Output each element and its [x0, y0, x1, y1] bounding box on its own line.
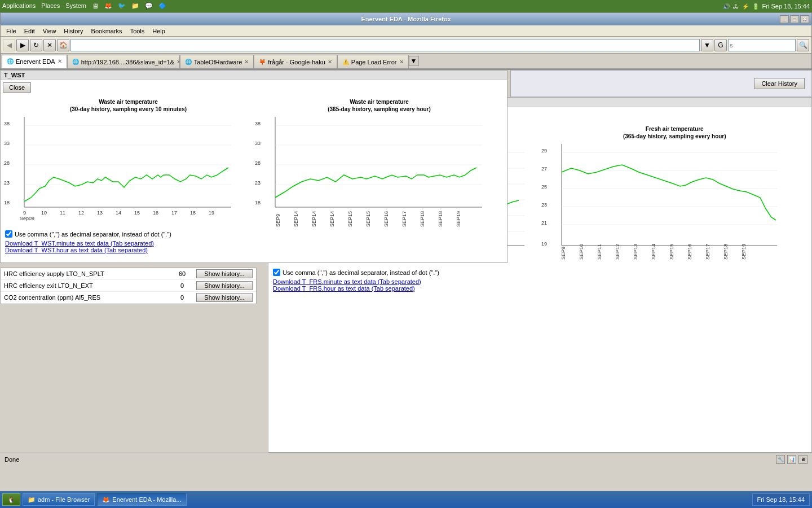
status-icon-3: 🖥	[798, 455, 807, 464]
firefox-icon[interactable]: 🦊	[104, 2, 112, 10]
t-wst-chart2-title: Waste air temperature (365-day history, …	[254, 96, 505, 114]
show-history-btn-1[interactable]: Show history...	[196, 269, 253, 278]
tab-close-4[interactable]: ✕	[399, 59, 404, 65]
edit-menu[interactable]: Edit	[21, 27, 38, 35]
tab-label-1: http://192.168....386&slave_id=1&	[81, 59, 174, 65]
tab-close-2[interactable]: ✕	[244, 59, 249, 65]
tools-menu[interactable]: Tools	[127, 27, 148, 35]
x-label: SEP18	[723, 244, 729, 260]
x-label: SEP12	[615, 244, 620, 260]
x-label: SEP9	[275, 214, 281, 227]
tab-close-0[interactable]: ✕	[58, 58, 62, 64]
t-wst-chart1-svg: 38 33 28 23 18 9 Sep09 10 11 12 13	[3, 114, 240, 227]
file-browser-label: adm - File Browser	[38, 496, 90, 503]
home-button[interactable]: 🏠	[57, 39, 69, 51]
stop-button[interactable]: ✕	[43, 39, 56, 51]
content-area: T_WST Close Waste air temperature (30-da…	[0, 70, 812, 465]
maximize-button[interactable]: □	[790, 15, 799, 23]
app-icon[interactable]: 🔷	[158, 2, 166, 10]
places-menu[interactable]: Places	[41, 2, 60, 10]
tab-icon-0: 🌐	[7, 58, 14, 64]
search-input[interactable]	[728, 39, 796, 51]
t-frs-data-line-365day	[562, 165, 776, 220]
x-label: SEP10	[579, 244, 584, 260]
new-tab-button[interactable]: ▼	[409, 56, 419, 66]
t-frs-chart2-svg: 29 27 25 23 21 19 SEP9 SEP10 SEP11 SEP12…	[540, 141, 783, 265]
y-label: 18	[4, 200, 10, 205]
start-button[interactable]: 🐧	[2, 493, 20, 506]
y-label: 28	[255, 160, 261, 166]
t-wst-chart-365day: Waste air temperature (365-day history, …	[254, 96, 505, 227]
t-wst-download-minute[interactable]: Download T_WST.minute as text data (Tab …	[5, 240, 502, 247]
network-icon[interactable]: 🖧	[733, 3, 739, 10]
file-menu[interactable]: File	[3, 27, 20, 35]
close-button[interactable]: ✕	[800, 15, 809, 23]
t-wst-comma-checkbox[interactable]	[5, 230, 12, 238]
help-menu[interactable]: Help	[149, 27, 169, 35]
x-label: SEP15	[365, 211, 371, 227]
t-wst-download-hour[interactable]: Download T_WST.hour as text data (Tab se…	[5, 247, 502, 253]
t-frs-comma-checkbox[interactable]	[273, 269, 280, 276]
computer-icon[interactable]: 🖥	[92, 2, 99, 10]
bluetooth-icon[interactable]: ⚡	[742, 3, 749, 10]
show-history-btn-2[interactable]: Show history...	[196, 281, 253, 290]
show-history-btn-3[interactable]: Show history...	[196, 293, 253, 302]
t-wst-data-line-365day	[275, 168, 476, 198]
tab-page-load-error[interactable]: ⚠️ Page Load Error ✕	[337, 55, 409, 68]
t-frs-download-hour[interactable]: Download T_FRS.hour as text data (Tab se…	[273, 285, 807, 292]
tab-fragar[interactable]: 🦊 frågår - Google-haku ✕	[254, 55, 337, 68]
t-wst-title: T_WST	[1, 71, 507, 80]
y-label: 21	[541, 220, 547, 226]
y-label: 38	[255, 121, 261, 126]
tab-http[interactable]: 🌐 http://192.168....386&slave_id=1& ✕	[67, 55, 180, 68]
battery-icon[interactable]: 🔋	[752, 3, 759, 10]
y-label: 33	[4, 141, 10, 146]
y-label: 23	[541, 202, 547, 208]
tab-icon-1: 🌐	[72, 59, 79, 65]
x-label: 11	[60, 210, 65, 216]
history-dropdown[interactable]: ▼	[701, 39, 713, 51]
tab-enervent-eda[interactable]: 🌐 Enervent EDA ✕	[2, 55, 67, 68]
applications-menu[interactable]: Applications	[2, 2, 36, 10]
x-label: SEP19	[741, 244, 747, 260]
volume-icon[interactable]: 🔊	[723, 3, 730, 10]
view-menu[interactable]: View	[39, 27, 60, 35]
x-label: Sep09	[20, 216, 34, 221]
x-label: 10	[41, 210, 47, 216]
t-wst-checkbox-label: Use comma (",") as decimal separator, in…	[15, 231, 171, 238]
search-go[interactable]: 🔍	[797, 39, 809, 51]
nav-bar: ◀ ▶ ↻ ✕ 🏠 http://192.168.1.116/fi.stok.e…	[1, 37, 811, 54]
skype-icon[interactable]: 💬	[145, 2, 153, 10]
x-label: SEP15	[347, 211, 353, 227]
bookmarks-menu[interactable]: Bookmarks	[88, 27, 126, 35]
minimize-button[interactable]: _	[780, 15, 789, 23]
taskbar-file-browser[interactable]: 📁 adm - File Browser	[23, 493, 95, 506]
t-frs-download-minute[interactable]: Download T_FRS.minute as text data (Tab …	[273, 278, 807, 285]
folder-icon[interactable]: 📁	[131, 2, 139, 10]
reload-button[interactable]: ↻	[30, 39, 42, 51]
t-wst-chart-30day: Waste air temperature (30-day history, s…	[3, 96, 254, 227]
tab-tableofhardware[interactable]: 🌐 TableOfHardware ✕	[180, 55, 254, 68]
t-wst-close-button[interactable]: Close	[3, 82, 31, 93]
y-label: 33	[255, 141, 261, 146]
system-menu[interactable]: System	[65, 2, 86, 10]
y-label: 23	[4, 180, 10, 186]
x-label: 17	[171, 210, 177, 216]
taskbar-firefox[interactable]: 🦊 Enervent EDA - Mozilla...	[97, 493, 186, 506]
forward-button[interactable]: ▶	[16, 39, 29, 51]
thunderbird-icon[interactable]: 🐦	[118, 2, 126, 10]
history-menu[interactable]: History	[60, 27, 86, 35]
row-value-2: 0	[168, 282, 196, 289]
x-label: SEP19	[456, 211, 461, 227]
table-row-hrc-supply: HRC efficiency supply LTO_N_SPLT 60 Show…	[1, 268, 256, 280]
row-label-3: CO2 concentration (ppm) AI5_RES	[4, 294, 168, 301]
back-button[interactable]: ◀	[3, 39, 15, 51]
status-icon-2: 📊	[787, 455, 796, 464]
search-engine-icon[interactable]: G	[714, 39, 727, 51]
address-bar[interactable]: http://192.168.1.116/fi.stok.enervent.ED…	[70, 39, 700, 51]
tab-close-3[interactable]: ✕	[328, 59, 332, 65]
file-browser-icon: 📁	[28, 496, 36, 503]
t-frs-chart-365day: Fresh air temperature (365-day history, …	[540, 123, 810, 265]
clear-history-button[interactable]: Clear History	[754, 78, 805, 89]
t-wst-download-section: Use comma (",") as decimal separator, in…	[1, 228, 507, 256]
